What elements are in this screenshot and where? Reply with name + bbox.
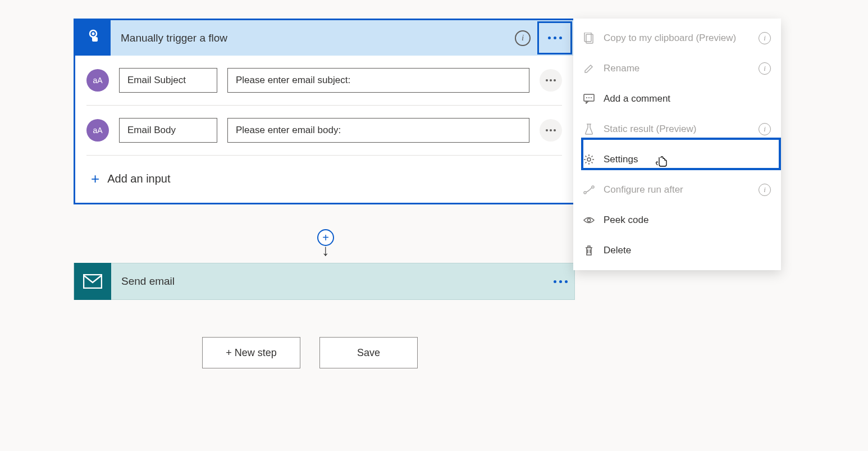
menu-add-comment[interactable]: Add a comment — [573, 84, 781, 114]
flask-icon — [583, 124, 595, 135]
save-button[interactable]: Save — [319, 337, 418, 368]
pencil-icon — [583, 63, 595, 74]
svg-point-6 — [586, 97, 587, 98]
clipboard-icon — [583, 33, 595, 44]
svg-point-1 — [92, 32, 94, 35]
menu-configure-run-after[interactable]: Configure run after i — [573, 175, 781, 205]
svg-point-13 — [587, 218, 590, 221]
gear-icon — [583, 154, 595, 165]
info-icon[interactable]: i — [759, 32, 771, 44]
menu-peek-code[interactable]: Peek code — [573, 205, 781, 235]
menu-label: Static result (Preview) — [604, 124, 750, 135]
input-name-field[interactable] — [119, 118, 217, 143]
input-placeholder-field[interactable] — [227, 68, 529, 93]
info-icon[interactable]: i — [759, 62, 771, 75]
menu-delete[interactable]: Delete — [573, 235, 781, 266]
info-icon[interactable]: i — [759, 184, 771, 196]
menu-label: Peek code — [604, 215, 771, 226]
input-row: aA — [86, 106, 562, 156]
eye-icon — [583, 215, 595, 226]
plus-icon: + — [91, 171, 99, 186]
trash-icon — [583, 245, 595, 256]
menu-label: Rename — [604, 63, 750, 74]
info-icon[interactable]: i — [515, 30, 531, 46]
input-placeholder-field[interactable] — [227, 118, 529, 143]
trigger-body: aA aA + Add an input — [75, 56, 573, 203]
action-more-button[interactable] — [546, 263, 574, 299]
menu-copy-clipboard[interactable]: Copy to my clipboard (Preview) i — [573, 23, 781, 53]
menu-label: Configure run after — [604, 184, 750, 195]
menu-label: Delete — [604, 245, 771, 256]
input-row: aA — [86, 56, 562, 106]
menu-static-result[interactable]: Static result (Preview) i — [573, 114, 781, 144]
text-input-icon: aA — [86, 119, 109, 142]
connector: + ↓ — [317, 229, 334, 256]
action-card[interactable]: Send email — [74, 263, 575, 300]
menu-label: Copy to my clipboard (Preview) — [604, 33, 750, 44]
input-name-field[interactable] — [119, 68, 217, 93]
svg-point-11 — [584, 192, 586, 194]
svg-point-8 — [591, 97, 592, 98]
menu-settings[interactable]: Settings — [573, 144, 781, 175]
trigger-title: Manually trigger a flow — [111, 32, 515, 44]
info-icon[interactable]: i — [759, 123, 771, 135]
branch-icon — [583, 184, 595, 195]
menu-rename[interactable]: Rename i — [573, 53, 781, 84]
trigger-card: Manually trigger a flow i aA aA + Add an — [74, 19, 575, 204]
manual-trigger-icon — [75, 20, 111, 56]
arrow-down-icon: ↓ — [322, 245, 330, 256]
comment-icon — [583, 93, 595, 104]
new-step-button[interactable]: + New step — [202, 337, 300, 368]
action-title: Send email — [111, 275, 546, 288]
context-menu: Copy to my clipboard (Preview) i Rename … — [573, 19, 781, 270]
trigger-header[interactable]: Manually trigger a flow i — [75, 20, 573, 56]
trigger-more-button[interactable] — [537, 21, 572, 54]
input-row-more-button[interactable] — [540, 119, 562, 142]
send-email-icon — [74, 263, 111, 300]
text-input-icon: aA — [86, 69, 109, 92]
svg-point-10 — [587, 158, 591, 161]
input-row-more-button[interactable] — [540, 69, 562, 92]
menu-label: Settings — [604, 154, 771, 165]
add-input-button[interactable]: + Add an input — [86, 156, 562, 203]
menu-label: Add a comment — [604, 93, 771, 104]
footer: + New step Save — [202, 337, 418, 368]
add-input-label: Add an input — [107, 172, 170, 185]
svg-point-7 — [588, 97, 590, 98]
svg-point-12 — [592, 186, 594, 188]
